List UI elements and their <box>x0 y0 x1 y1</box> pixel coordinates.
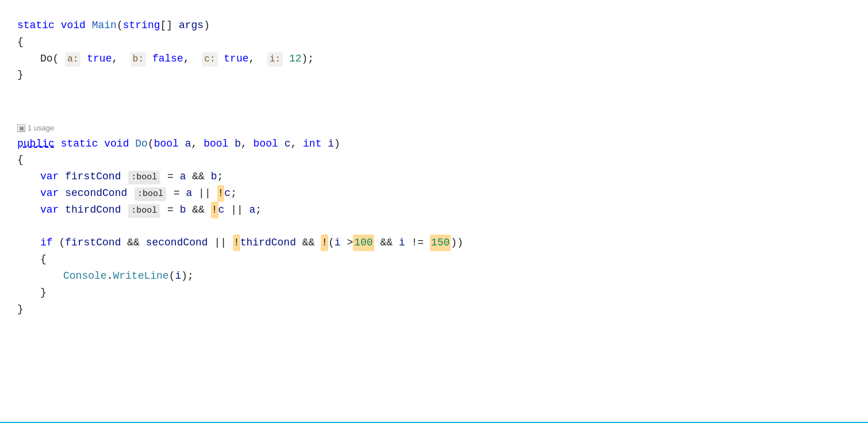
method-do: Do <box>135 136 148 152</box>
keyword-static: static <box>17 17 55 34</box>
keyword-void-1: void <box>61 17 86 34</box>
param-value-i: 12 <box>289 51 302 67</box>
keyword-int: int <box>303 136 321 152</box>
param-value-a: true <box>87 51 112 67</box>
keyword-if: if <box>40 234 53 251</box>
keyword-bool-3: bool <box>254 136 278 152</box>
line-public-do: public static void Do ( bool a , bool b … <box>17 136 851 152</box>
keyword-static-2: static <box>61 136 98 152</box>
ref-a-3: a <box>249 202 256 218</box>
type-bool-3: :bool <box>128 204 160 218</box>
ref-a-1: a <box>180 168 186 185</box>
keyword-bool-1: bool <box>154 136 179 152</box>
line-close-brace-do: } <box>17 301 851 318</box>
line-open-brace-2: { <box>17 152 851 168</box>
highlight-not-c-1: ! <box>217 185 225 202</box>
ref-c-1: c <box>224 185 231 202</box>
keyword-bool-2: bool <box>203 136 228 152</box>
ref-b-1: b <box>211 168 217 185</box>
highlight-num-150: 150 <box>430 234 451 251</box>
ref-a-2: a <box>186 185 192 202</box>
line-close-brace-1: } <box>17 67 851 83</box>
param-label-a: a: <box>65 52 80 67</box>
highlight-num-100: 100 <box>353 234 374 251</box>
line-close-brace-if: } <box>17 284 851 301</box>
type-bool-2: :bool <box>135 187 166 201</box>
keyword-public: public <box>17 136 55 152</box>
ref-first-cond: firstCond <box>65 234 121 251</box>
line-console-writeline: Console . WriteLine ( i ); <box>17 268 851 284</box>
param-args: args <box>179 17 203 34</box>
keyword-var-1: var <box>40 168 59 185</box>
method-writeline: WriteLine <box>113 268 168 284</box>
ref-b-2: b <box>180 202 186 218</box>
line-first-cond: var firstCond :bool = a && b ; <box>17 168 851 185</box>
var-third-cond: thirdCond <box>65 202 121 218</box>
param-value-b: false <box>152 51 183 67</box>
ref-i-2: i <box>399 234 405 251</box>
line-empty-2 <box>17 100 851 117</box>
ref-second-cond: secondCond <box>146 234 208 251</box>
keyword-string: string <box>123 17 160 34</box>
usage-hint: ▣ 1 usage <box>17 122 851 134</box>
param-label-b: b: <box>130 52 146 67</box>
line-second-cond: var secondCond :bool = a || ! c ; <box>17 185 851 202</box>
line-empty-3 <box>17 218 851 235</box>
usage-icon: ▣ <box>17 124 25 132</box>
highlight-not-third-1: ! <box>233 234 240 251</box>
param-i-def: i <box>328 136 334 152</box>
ref-c-2: c <box>218 202 225 218</box>
param-b: b <box>235 136 241 152</box>
param-a: a <box>185 136 191 152</box>
var-first-cond: firstCond <box>65 168 121 185</box>
line-open-brace-3: { <box>17 251 851 268</box>
param-label-c: c: <box>202 52 217 67</box>
ref-i-1: i <box>335 234 341 251</box>
param-label-i: i: <box>267 52 283 67</box>
namespace-console: Console <box>63 268 107 284</box>
line-third-cond: var thirdCond :bool = b && ! c || a ; <box>17 202 851 218</box>
line-if: if ( firstCond && secondCond || ! thirdC… <box>17 234 851 251</box>
line-do-call: Do( a: true , b: false , c: true , i: 12… <box>17 51 851 67</box>
highlight-not-2: ! <box>321 234 328 251</box>
param-value-c: true <box>224 51 248 67</box>
highlight-not-c-2: ! <box>211 202 218 218</box>
keyword-void-2: void <box>104 136 129 152</box>
line-open-brace-1: { <box>17 34 851 51</box>
keyword-var-2: var <box>40 185 59 202</box>
method-main: Main <box>92 17 117 34</box>
keyword-var-3: var <box>40 202 59 218</box>
param-c: c <box>285 136 291 152</box>
code-container: static void Main ( string [] args ) { Do… <box>17 11 851 317</box>
method-do-call: Do( <box>40 51 59 67</box>
line-static-main: static void Main ( string [] args ) <box>17 17 851 34</box>
ref-i-3: i <box>175 268 181 284</box>
var-second-cond: secondCond <box>65 185 127 202</box>
type-bool-1: :bool <box>128 171 160 184</box>
ref-third-cond: thirdCond <box>240 234 296 251</box>
line-empty-1 <box>17 83 851 100</box>
usage-text: 1 usage <box>28 122 54 134</box>
